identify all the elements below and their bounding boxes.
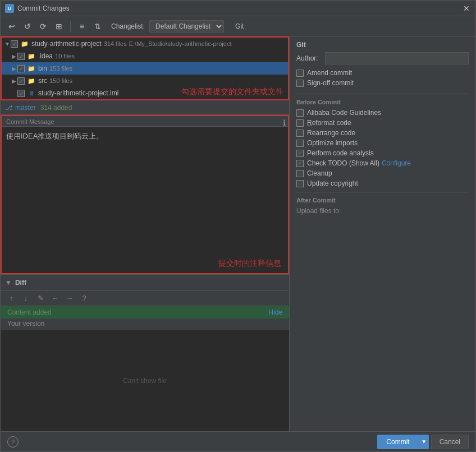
folder-icon-bin: 📁 (27, 64, 36, 73)
checkbox-optimize[interactable] (296, 140, 304, 147)
author-input[interactable] (325, 52, 469, 64)
after-commit-section: After Commit Upload files to: (296, 192, 469, 215)
your-version-bar: Your version (1, 319, 289, 330)
git-section: Git Author: Amend commit Sign-off commit (296, 41, 469, 87)
diff-edit-btn[interactable]: ✎ (34, 292, 47, 305)
checkbox-todo[interactable]: ✓ (296, 160, 304, 167)
changelist-select[interactable]: Default Changelist (149, 20, 224, 33)
item-name-idea: .idea (38, 52, 53, 60)
option-alibaba: Alibaba Code Guidelines (296, 109, 469, 117)
diff-prev-btn[interactable]: ↑ (5, 292, 17, 305)
content-added-bar: Content added Hide (1, 306, 289, 319)
branch-icon: ⎇ (5, 104, 13, 112)
label-analyze: Perform code analysis (307, 149, 374, 157)
back-button[interactable]: ↩ (5, 20, 19, 33)
cancel-button[interactable]: Cancel (431, 435, 469, 449)
diff-help-btn[interactable]: ? (78, 292, 90, 305)
hide-link[interactable]: Hide (268, 308, 282, 316)
folder-icon-src: 📁 (27, 76, 36, 85)
signoff-commit-row: Sign-off commit (296, 79, 469, 87)
diff-next-btn[interactable]: ↓ (20, 292, 32, 305)
app-icon: U (5, 4, 14, 13)
amend-commit-checkbox[interactable] (296, 70, 304, 77)
left-panel: ▼ ✓ 📁 study-arithmetic-project 314 files… (1, 36, 290, 431)
commit-dropdown-arrow[interactable]: ▼ (419, 435, 429, 449)
help-button[interactable]: ? (7, 436, 19, 448)
signoff-commit-checkbox[interactable] (296, 80, 304, 87)
git-section-title: Git (296, 41, 469, 49)
commit-message-annotation: 提交时的注释信息 (218, 259, 281, 269)
commit-button[interactable]: Commit (377, 435, 418, 449)
sort-button[interactable]: ≡ (75, 20, 89, 33)
tree-item-src[interactable]: ▶ ✓ 📁 src 150 files (2, 75, 288, 87)
diff-right-btn[interactable]: → (63, 292, 76, 305)
close-button[interactable]: ✕ (462, 4, 471, 13)
checkbox-alibaba[interactable] (296, 109, 304, 117)
checkbox-copyright[interactable] (296, 180, 304, 187)
label-copyright: Update copyright (307, 179, 358, 187)
file-tree-annotation: 勾选需要提交的文件夹或文件 (181, 87, 283, 97)
checkbox-cleanup[interactable] (296, 170, 304, 177)
item-name-root: study-arithmetic-project (31, 40, 102, 48)
item-name-src: src (38, 77, 47, 85)
your-version-text: Your version (7, 320, 44, 328)
checkbox-rearrange[interactable] (296, 130, 304, 137)
amend-commit-label[interactable]: Amend commit (307, 69, 352, 77)
toolbar: ↩ ↺ ⟳ ⊞ ≡ ⇅ Changelist: Default Changeli… (1, 16, 475, 36)
git-label: Git (235, 22, 244, 30)
checkbox-idea[interactable]: ✓ (17, 53, 25, 60)
diff-expand-icon[interactable]: ▼ (5, 279, 12, 287)
diff-left-btn[interactable]: ← (49, 292, 61, 305)
label-alibaba: Alibaba Code Guidelines (307, 109, 381, 117)
group-button[interactable]: ⊞ (52, 20, 66, 33)
diff-title: Diff (15, 279, 26, 287)
expand-arrow-idea[interactable]: ▶ (11, 53, 17, 59)
undo-button[interactable]: ↺ (21, 20, 34, 33)
title-bar: U Commit Changes ✕ (1, 1, 475, 16)
toolbar-separator (70, 21, 71, 32)
commit-btn-group: Commit ▼ (377, 435, 428, 449)
status-bar: ⎇ master 314 added (1, 100, 289, 115)
upload-label: Upload files to: (296, 207, 341, 215)
folder-icon-root: 📁 (20, 39, 29, 48)
checkbox-reformat[interactable] (296, 119, 304, 127)
content-added-text: Content added (7, 308, 52, 316)
tree-item-bin[interactable]: ▶ ✓ 📁 bin 153 files (2, 62, 288, 75)
diff-content: Content added Hide Your version Can't sh… (1, 306, 289, 431)
tree-item-root[interactable]: ▼ ✓ 📁 study-arithmetic-project 314 files… (2, 38, 288, 50)
diff-toolbar: ↑ ↓ ✎ ← → ? (1, 290, 289, 306)
before-commit-options: Alibaba Code Guidelines Reformat code Re… (296, 109, 469, 187)
checkbox-root[interactable]: ✓ (11, 40, 18, 48)
configure-link[interactable]: Configure (382, 159, 411, 167)
branch-name: master (15, 104, 36, 112)
after-commit-title: After Commit (296, 192, 469, 204)
signoff-commit-label[interactable]: Sign-off commit (307, 79, 354, 87)
main-content: ▼ ✓ 📁 study-arithmetic-project 314 files… (1, 36, 475, 431)
file-count-bin: 153 files (49, 65, 72, 72)
diff-empty-area: Can't show file (1, 330, 289, 431)
expand-arrow[interactable]: ▼ (4, 40, 11, 47)
tree-item-idea[interactable]: ▶ ✓ 📁 .idea 10 files (2, 50, 288, 62)
filter-button[interactable]: ⇅ (91, 20, 104, 33)
label-optimize: Optimize imports (307, 139, 358, 147)
label-todo: Check TODO (Show All) (307, 159, 379, 167)
label-cleanup: Cleanup (307, 169, 332, 177)
refresh-button[interactable]: ⟳ (36, 20, 50, 33)
amend-commit-row: Amend commit (296, 69, 469, 77)
commit-message-input[interactable]: 使用IDEA推送项目到码云上。 (2, 127, 288, 273)
file-count-src: 150 files (49, 77, 72, 84)
checkbox-analyze[interactable]: ✓ (296, 150, 304, 157)
item-name-iml: study-arithmetic-project.iml (38, 89, 118, 97)
option-analyze: ✓ Perform code analysis (296, 149, 469, 157)
expand-arrow-bin[interactable]: ▶ (11, 65, 17, 72)
file-count-root: 314 files (104, 40, 127, 47)
expand-arrow-src[interactable]: ▶ (11, 77, 17, 84)
checkbox-bin[interactable]: ✓ (17, 65, 25, 72)
right-panel: Git Author: Amend commit Sign-off commit… (290, 36, 475, 431)
checkbox-src[interactable]: ✓ (17, 77, 25, 85)
added-count: 314 added (40, 104, 72, 112)
file-icon-iml: 🗎 (27, 89, 36, 98)
checkbox-iml[interactable]: ✓ (17, 90, 25, 97)
info-icon: ℹ (283, 118, 286, 127)
option-rearrange: Rearrange code (296, 129, 469, 137)
